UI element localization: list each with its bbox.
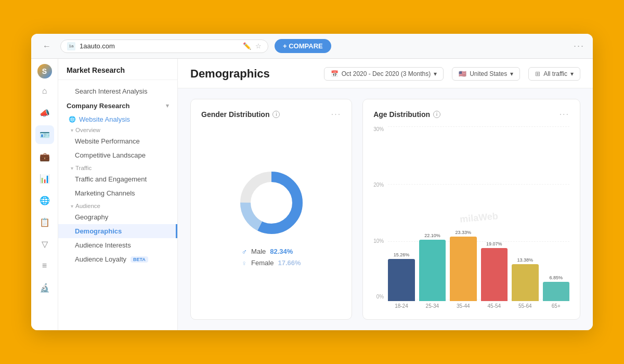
gender-card-title: Gender Distribution i [201,110,280,119]
content-panel: Demographics 📅 Oct 2020 - Dec 2020 (3 Mo… [178,59,593,330]
url-bar: 1a 1aauto.com ✏️ ☆ [60,40,268,53]
age-distribution-card: Age Distribution i ··· 30% 20% 10% [362,99,580,320]
bar-25-34: 22.10% 25-34 [419,126,446,309]
male-legend-item: ♂ Male 82.34% [242,248,293,256]
sidebar-research-icon[interactable]: 🔬 [35,278,54,297]
url-favicon: 1a [67,42,75,50]
bar-rect-25-34 [419,240,446,301]
y-axis: 30% 20% 10% 0% [373,126,384,309]
calendar-icon: 📅 [331,70,339,77]
chevron-right-icon-2: ▾ [71,165,73,171]
sidebar-item-company-research[interactable]: Company Research ▾ [58,98,177,113]
bar-rect-45-54 [481,248,508,301]
male-icon: ♂ [242,248,248,256]
sidebar-item-audience-interests[interactable]: Audience Interests [58,238,177,252]
sidebar-briefcase-icon[interactable]: 💼 [35,147,54,166]
chevron-down-icon: ▾ [166,102,169,109]
sidebar-megaphone-icon[interactable]: 📣 [35,103,54,122]
date-filter-button[interactable]: 📅 Oct 2020 - Dec 2020 (3 Months) ▾ [324,67,444,81]
traffic-icon: ⊞ [535,70,540,77]
y-label-30: 30% [373,126,384,132]
bars-row: 15.26% 18-24 22.10% 25-34 [388,126,569,309]
x-label-35-44: 35-44 [457,303,470,309]
browser-more-menu[interactable]: ··· [574,41,584,51]
country-label: United States [470,70,507,77]
browser-bar: ← 1a 1aauto.com ✏️ ☆ + COMPARE ··· [31,34,593,59]
age-info-icon[interactable]: i [433,111,440,118]
y-label-0: 0% [373,294,384,300]
date-chevron-icon: ▾ [434,70,437,77]
back-button[interactable]: ← [40,40,54,53]
x-label-65plus: 65+ [552,303,561,309]
bar-18-24: 15.26% 18-24 [388,126,414,309]
female-icon: ♀ [242,259,248,267]
age-card-title: Age Distribution i [373,110,440,119]
bar-rect-55-64 [512,264,538,301]
sidebar-sublabel-overview: ▾ Overview [58,124,177,134]
bar-65plus: 6.85% 65+ [543,126,569,309]
sidebar-item-demographics[interactable]: Demographics [58,224,177,238]
flag-icon: 🇺🇸 [459,70,466,77]
sidebar-sublabel-audience: ▾ Audience [58,200,177,210]
male-pct: 82.34% [270,248,293,255]
traffic-filter-button[interactable]: ⊞ All traffic ▾ [528,67,580,81]
bars-area: milaWeb 15.26% 18-24 [388,126,569,309]
sidebar-company-research-label: Company Research [67,102,129,110]
sidebar-item-website-analysis[interactable]: 🌐 Website Analysis [58,113,177,124]
sidebar-globe-icon[interactable]: 🌐 [35,191,54,210]
country-filter-button[interactable]: 🇺🇸 United States ▾ [452,67,520,81]
sidebar-item-marketing-channels[interactable]: Marketing Channels [58,186,177,200]
sidebar-item-traffic-engagement[interactable]: Traffic and Engagement [58,172,177,186]
sidebar-table-icon[interactable]: 📋 [35,213,54,231]
age-card-menu[interactable]: ··· [560,110,569,119]
date-range-label: Oct 2020 - Dec 2020 (3 Months) [342,70,431,77]
y-label-10: 10% [373,238,384,244]
gender-info-icon[interactable]: i [272,111,280,118]
gender-donut-chart [235,166,308,239]
sidebar-filter-icon[interactable]: ▽ [35,235,54,253]
traffic-label: Traffic [75,165,92,171]
country-chevron-icon: ▾ [510,70,513,77]
app-logo: S [37,64,52,79]
gender-legend: ♂ Male 82.34% ♀ Female 17.66% [242,248,301,267]
sidebar-item-geography[interactable]: Geography [58,210,177,224]
sidebar-item-audience-loyalty[interactable]: Audience Loyalty BETA [58,252,177,266]
x-label-25-34: 25-34 [426,303,439,309]
sidebar-menu-icon[interactable]: ≡ [35,256,54,275]
traffic-chevron-icon: ▾ [570,70,574,77]
sidebar-wrapper: S ⌂ 📣 🪪 💼 📊 🌐 📋 ▽ ≡ 🔬 Market Research [31,59,178,330]
compare-button[interactable]: + COMPARE [275,39,331,53]
sidebar-item-competitive-landscape[interactable]: Competitive Landscape [58,148,177,162]
star-icon[interactable]: ☆ [255,42,262,50]
bar-chart-inner: 30% 20% 10% 0% [373,126,569,309]
bar-55-64: 13.38% 55-64 [512,126,538,309]
pct-25-34: 22.10% [424,233,440,238]
sidebar-title: Market Research [67,66,125,74]
pct-65plus: 6.85% [550,275,563,280]
sidebar-item-search-interest[interactable]: Search Interest Analysis [58,84,177,98]
sidebar-item-website-performance[interactable]: Website Performance [58,134,177,148]
sidebar-company-icon[interactable]: 🪪 [35,125,54,144]
bar-35-44: 23.33% 35-44 [450,126,476,309]
gender-distribution-card: Gender Distribution i ··· [190,99,352,320]
website-analysis-label: Website Analysis [79,115,130,123]
sidebar-chart-icon[interactable]: 📊 [35,169,54,188]
female-label: Female [251,259,274,267]
chevron-right-icon-3: ▾ [71,203,73,209]
edit-icon[interactable]: ✏️ [243,42,251,50]
gender-card-menu[interactable]: ··· [331,110,341,119]
beta-badge: BETA [131,256,148,263]
sidebar-home-icon[interactable]: ⌂ [35,82,54,100]
charts-area: Gender Distribution i ··· [178,88,593,330]
gender-donut-container: ♂ Male 82.34% ♀ Female 17.66% [201,124,341,309]
sidebar-nav-items: Search Interest Analysis Company Researc… [58,80,177,330]
pct-55-64: 13.38% [517,257,534,263]
male-label: Male [251,248,266,255]
female-pct: 17.66% [278,259,301,267]
bar-45-54: 19.07% 45-54 [481,126,508,309]
traffic-label: All traffic [543,70,567,77]
url-text: 1aauto.com [80,42,239,50]
bar-rect-35-44 [450,237,476,301]
left-icon-bar: S ⌂ 📣 🪪 💼 📊 🌐 📋 ▽ ≡ 🔬 [31,59,58,330]
age-card-header: Age Distribution i ··· [373,110,569,119]
